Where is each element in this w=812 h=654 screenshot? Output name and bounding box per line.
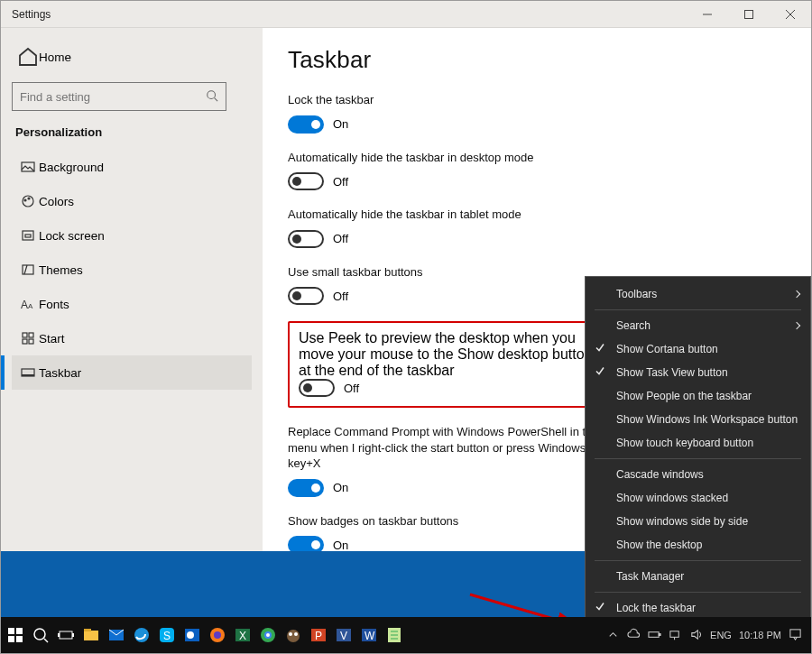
svg-rect-17: [23, 339, 27, 344]
toggle-peek-preview[interactable]: [299, 379, 335, 397]
ctx-toolbars[interactable]: Toolbars: [586, 282, 810, 306]
ctx-separator: [595, 458, 801, 459]
ctx-item-label: Show Task View button: [616, 366, 728, 379]
sidebar-item-label: Themes: [39, 263, 83, 277]
taskbar-app-word[interactable]: W: [356, 617, 382, 653]
svg-rect-29: [60, 631, 72, 639]
taskbar-app-gimp[interactable]: [281, 617, 306, 653]
ctx-item-label: Toolbars: [616, 288, 657, 300]
taskbar-app-notepadpp[interactable]: [382, 617, 407, 653]
sidebar-item-start[interactable]: Start: [12, 321, 252, 355]
toggle-autohide-tablet[interactable]: [288, 230, 324, 248]
tray-language[interactable]: ENG: [710, 630, 732, 640]
ctx-stacked[interactable]: Show windows stacked: [586, 486, 810, 510]
sidebar-item-taskbar[interactable]: Taskbar: [12, 355, 252, 390]
network-icon[interactable]: [669, 628, 682, 643]
action-center-icon[interactable]: [789, 628, 802, 643]
taskbar-app-explorer[interactable]: [78, 617, 104, 653]
sidebar-home[interactable]: Home: [12, 41, 252, 73]
window-title: Settings: [1, 8, 51, 21]
sidebar-item-label: Taskbar: [39, 366, 81, 380]
toggle-state: On: [333, 481, 348, 494]
ctx-task-manager[interactable]: Task Manager: [586, 565, 810, 588]
fonts-icon: AA: [17, 297, 39, 311]
taskbar-app-outlook[interactable]: [180, 617, 205, 653]
search-input[interactable]: Find a setting: [12, 82, 226, 111]
taskbar-icon: [17, 365, 39, 380]
svg-point-47: [287, 630, 300, 642]
toggle-lock-taskbar[interactable]: [288, 115, 324, 134]
close-button[interactable]: [770, 1, 811, 28]
sidebar: Home Find a setting Personalization Back…: [1, 28, 263, 551]
titlebar: Settings: [1, 1, 811, 28]
svg-text:A: A: [28, 302, 33, 310]
sidebar-item-fonts[interactable]: AA Fonts: [12, 287, 252, 321]
check-icon: [595, 366, 605, 380]
toggle-replace-cmd[interactable]: [288, 479, 324, 497]
onedrive-icon[interactable]: [627, 628, 641, 643]
sidebar-item-colors[interactable]: Colors: [12, 184, 252, 218]
toggle-show-badges[interactable]: [288, 536, 324, 551]
minimize-button[interactable]: [687, 1, 728, 28]
svg-rect-57: [649, 631, 659, 637]
ctx-item-label: Show Cortana button: [616, 343, 718, 355]
sidebar-item-label: Background: [39, 161, 104, 174]
check-icon: [595, 343, 605, 356]
ctx-item-label: Show People on the taskbar: [616, 390, 752, 402]
taskview-button[interactable]: [53, 617, 78, 653]
start-button[interactable]: [3, 617, 28, 653]
svg-text:P: P: [315, 630, 322, 642]
sidebar-item-label: Start: [39, 332, 65, 345]
ctx-show-people[interactable]: Show People on the taskbar: [586, 384, 810, 408]
toggle-autohide-desktop[interactable]: [288, 172, 324, 190]
windows-taskbar: S X P V W ENG 10:18 PM: [1, 617, 811, 653]
taskbar-app-edge[interactable]: [129, 617, 154, 653]
taskbar-context-menu: Toolbars Search Show Cortana button Show…: [585, 276, 811, 649]
ctx-show-ink[interactable]: Show Windows Ink Workspace button: [586, 408, 810, 431]
ctx-item-label: Search: [616, 319, 651, 332]
setting-small-buttons: Use small taskbar buttons Off: [288, 264, 613, 306]
svg-point-46: [266, 633, 270, 637]
ctx-sidebyside[interactable]: Show windows side by side: [586, 510, 810, 533]
ctx-show-taskview[interactable]: Show Task View button: [586, 361, 810, 384]
tray-overflow[interactable]: [606, 628, 620, 643]
svg-point-8: [24, 199, 26, 201]
sidebar-item-label: Lock screen: [39, 229, 105, 243]
search-placeholder: Find a setting: [20, 90, 206, 104]
maximize-button[interactable]: [728, 1, 770, 28]
svg-point-39: [187, 631, 194, 639]
sidebar-item-lockscreen[interactable]: Lock screen: [12, 218, 252, 253]
toggle-state: Off: [344, 382, 359, 395]
check-icon: [595, 602, 605, 615]
taskbar-app-firefox[interactable]: [205, 617, 230, 653]
ctx-show-desktop[interactable]: Show the desktop: [586, 533, 810, 557]
svg-rect-25: [8, 636, 14, 642]
sidebar-item-label: Colors: [39, 195, 74, 208]
svg-point-48: [289, 632, 292, 636]
start-icon: [17, 331, 39, 345]
ctx-show-cortana[interactable]: Show Cortana button: [586, 337, 810, 361]
taskbar-app-mail[interactable]: [104, 617, 129, 653]
tray-clock[interactable]: 10:18 PM: [739, 630, 781, 641]
sidebar-item-themes[interactable]: Themes: [12, 253, 252, 287]
setting-peek-preview-highlight: Use Peek to preview the desktop when you…: [288, 321, 613, 408]
battery-icon[interactable]: [648, 628, 661, 643]
taskbar-app-excel[interactable]: X: [230, 617, 255, 653]
toggle-small-buttons[interactable]: [288, 287, 324, 305]
chevron-right-icon: [793, 322, 800, 329]
sidebar-item-background[interactable]: Background: [12, 150, 252, 184]
svg-rect-30: [58, 633, 60, 637]
svg-rect-32: [84, 631, 98, 640]
ctx-search[interactable]: Search: [586, 314, 810, 337]
taskbar-app-chrome[interactable]: [255, 617, 281, 653]
ctx-show-touchkb[interactable]: Show touch keyboard button: [586, 431, 810, 455]
taskbar-app-visio[interactable]: V: [331, 617, 356, 653]
search-button[interactable]: [28, 617, 53, 653]
svg-text:X: X: [239, 630, 246, 642]
ctx-cascade[interactable]: Cascade windows: [586, 463, 810, 486]
volume-icon[interactable]: [689, 628, 703, 643]
taskbar-app-skype[interactable]: S: [154, 617, 180, 653]
tray-time: 10:18 PM: [739, 630, 781, 641]
taskbar-app-powerpoint[interactable]: P: [306, 617, 331, 653]
chevron-right-icon: [793, 290, 800, 298]
